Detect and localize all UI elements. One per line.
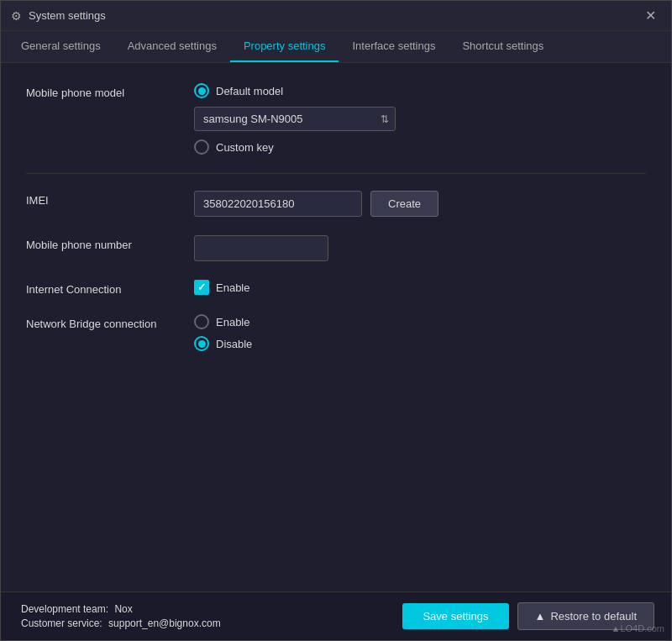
custom-key-option[interactable]: Custom key [194,139,396,155]
restore-icon: ▲ [535,610,546,623]
internet-connection-label: Internet Connection [26,280,194,296]
tab-advanced[interactable]: Advanced settings [114,31,230,62]
tab-general[interactable]: General settings [8,31,114,62]
dev-team-label: Development team: [21,603,108,615]
imei-input[interactable]: 358022020156180 [194,191,362,217]
internet-enable-option[interactable]: Enable [194,280,249,295]
title-bar-left: ⚙ System settings [11,9,106,23]
window-title: System settings [29,9,106,22]
phone-number-row: Mobile phone number [26,235,646,261]
network-bridge-disable-option[interactable]: Disable [194,336,252,351]
close-button[interactable]: ✕ [640,6,661,25]
mobile-phone-model-controls: Default model samsung SM-N9005 Custom ke… [194,83,396,155]
network-bridge-disable-label: Disable [216,338,252,350]
tab-bar: General settings Advanced settings Prope… [1,31,671,63]
dev-team-value: Nox [114,603,132,615]
imei-label: IMEI [26,191,194,207]
internet-enable-checkbox[interactable] [194,280,209,295]
network-bridge-row: Network Bridge connection Enable Disable [26,314,646,351]
watermark: ▲LO4D.com [612,623,664,633]
create-button[interactable]: Create [370,191,438,217]
system-settings-window: ⚙ System settings ✕ General settings Adv… [0,0,672,641]
tab-shortcut[interactable]: Shortcut settings [449,31,557,62]
network-bridge-enable-option[interactable]: Enable [194,314,252,329]
phone-number-input[interactable] [194,235,328,261]
tab-interface[interactable]: Interface settings [339,31,449,62]
custom-key-label: Custom key [216,141,274,154]
phone-number-label: Mobile phone number [26,235,194,251]
customer-service-value: support_en@bignox.com [108,617,221,629]
separator-1 [26,173,646,174]
internet-enable-label: Enable [216,281,249,294]
footer: Development team: Nox Customer service: … [1,591,671,640]
default-model-option[interactable]: Default model [194,83,396,98]
mobile-phone-model-label: Mobile phone model [26,83,194,99]
restore-label: Restore to default [550,610,637,623]
model-select-wrapper: samsung SM-N9005 [194,107,396,131]
dev-team-line: Development team: Nox [18,603,221,615]
custom-key-radio[interactable] [194,139,209,155]
model-select[interactable]: samsung SM-N9005 [194,107,396,131]
mobile-phone-model-row: Mobile phone model Default model samsung… [26,83,646,155]
network-bridge-label: Network Bridge connection [26,314,194,330]
customer-service-line: Customer service: support_en@bignox.com [18,617,221,629]
network-bridge-enable-label: Enable [216,316,249,328]
save-settings-button[interactable]: Save settings [402,603,508,629]
customer-service-label: Customer service: [21,617,102,629]
imei-row: IMEI 358022020156180 Create [26,191,646,217]
internet-connection-row: Internet Connection Enable [26,280,646,296]
network-bridge-enable-radio[interactable] [194,314,209,329]
gear-icon: ⚙ [11,9,22,23]
tab-property[interactable]: Property settings [230,31,339,62]
footer-info: Development team: Nox Customer service: … [18,603,221,629]
content-area: Mobile phone model Default model samsung… [1,63,671,591]
imei-controls: 358022020156180 Create [194,191,438,217]
default-model-label: Default model [216,85,283,97]
network-bridge-controls: Enable Disable [194,314,252,351]
network-bridge-disable-radio[interactable] [194,336,209,351]
title-bar: ⚙ System settings ✕ [1,1,671,31]
default-model-radio[interactable] [194,83,209,98]
